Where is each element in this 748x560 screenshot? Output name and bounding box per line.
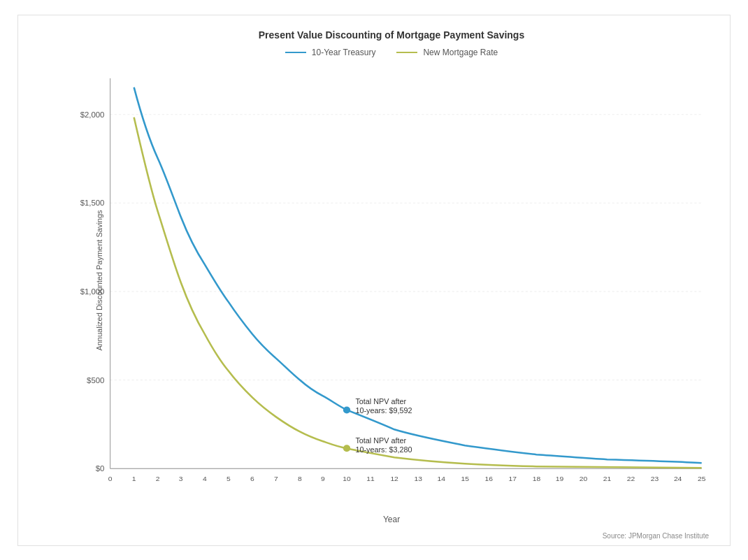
chart-title: Present Value Discounting of Mortgage Pa… (74, 29, 709, 41)
chart-container: Present Value Discounting of Mortgage Pa… (17, 15, 731, 546)
svg-text:11: 11 (366, 475, 375, 482)
svg-text:23: 23 (651, 475, 659, 482)
mortgage-npv-label-line2: 10-years: $3,280 (355, 445, 412, 454)
source-text: Source: JPMorgan Chase Institute (603, 532, 709, 540)
svg-text:25: 25 (698, 475, 706, 482)
svg-text:16: 16 (485, 475, 494, 482)
treasury-npv-label-line1: Total NPV after (355, 397, 406, 405)
svg-text:3: 3 (179, 475, 183, 482)
svg-text:$500: $500 (87, 375, 104, 384)
svg-text:2: 2 (156, 475, 160, 482)
svg-text:$1,500: $1,500 (80, 199, 105, 207)
treasury-npv-label-line2: 10-years: $9,592 (355, 406, 412, 415)
treasury-annotation-dot (343, 406, 350, 413)
chart-area: Annualized Discounted Payment Savings Ye… (74, 64, 709, 496)
mortgage-annotation-dot (343, 445, 350, 452)
treasury-line (134, 87, 702, 462)
mortgage-legend-line (396, 52, 417, 53)
chart-legend: 10-Year Treasury New Mortgage Rate (74, 48, 709, 57)
svg-text:6: 6 (250, 475, 254, 482)
y-axis-label: Annualized Discounted Payment Savings (95, 210, 103, 350)
svg-text:15: 15 (461, 475, 470, 482)
svg-text:14: 14 (437, 475, 445, 482)
svg-text:4: 4 (203, 475, 207, 482)
svg-text:24: 24 (674, 475, 682, 482)
svg-text:5: 5 (226, 475, 231, 482)
mortgage-legend-label: New Mortgage Rate (423, 48, 498, 57)
x-axis-label: Year (383, 515, 400, 524)
chart-svg: $0 $500 $1,000 $1,500 $2,000 0 1 2 3 4 5… (74, 64, 709, 496)
svg-text:8: 8 (298, 475, 302, 482)
svg-text:17: 17 (509, 475, 517, 482)
mortgage-npv-label-line1: Total NPV after (355, 436, 406, 445)
svg-text:22: 22 (627, 475, 635, 482)
legend-item-mortgage: New Mortgage Rate (396, 48, 498, 57)
svg-text:$2,000: $2,000 (80, 110, 105, 118)
treasury-legend-label: 10-Year Treasury (312, 48, 376, 57)
svg-text:$0: $0 (96, 464, 105, 473)
svg-text:20: 20 (580, 475, 588, 482)
svg-text:19: 19 (556, 475, 564, 482)
treasury-legend-line (285, 52, 306, 53)
svg-text:21: 21 (603, 475, 612, 482)
svg-text:0: 0 (108, 475, 113, 482)
svg-text:9: 9 (321, 475, 325, 482)
svg-text:1: 1 (132, 475, 136, 482)
legend-item-treasury: 10-Year Treasury (285, 48, 376, 57)
svg-text:12: 12 (390, 475, 398, 482)
svg-text:7: 7 (274, 475, 278, 482)
mortgage-line (134, 117, 702, 467)
svg-text:10: 10 (343, 475, 351, 482)
svg-text:13: 13 (414, 475, 422, 482)
svg-text:18: 18 (533, 475, 541, 482)
